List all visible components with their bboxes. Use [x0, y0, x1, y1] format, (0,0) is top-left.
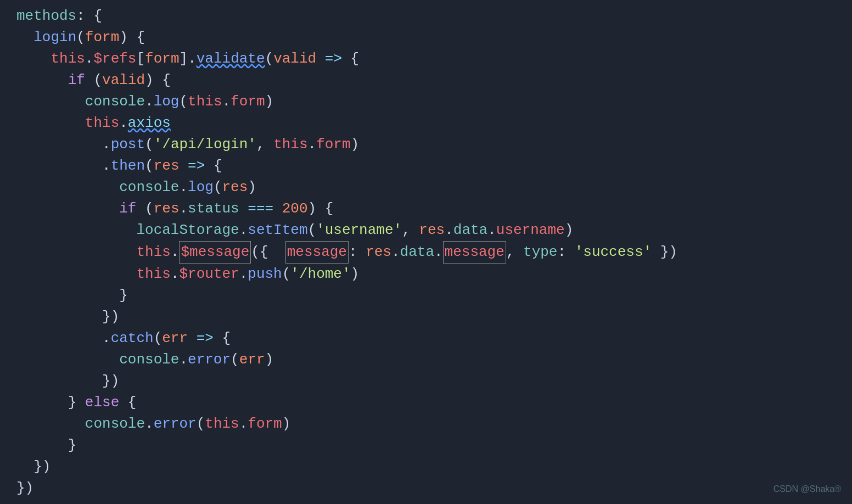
punct: .: [145, 413, 154, 435]
punct: (: [179, 91, 188, 113]
punct: .: [179, 177, 188, 198]
prop-message2: message: [287, 244, 347, 260]
punct: (: [197, 413, 205, 435]
str-home: '/home': [290, 264, 350, 285]
fn-then: then: [111, 155, 145, 177]
code-editor: methods: { login(form) { this.$refs[form…: [0, 0, 852, 504]
param-res5: res: [366, 242, 391, 263]
punct: .: [179, 349, 188, 371]
punct: .: [239, 220, 248, 241]
kw-if: if: [68, 70, 85, 91]
punct: .: [102, 134, 111, 155]
punct: {: [222, 328, 231, 349]
prop-form3: form: [248, 413, 282, 435]
close-method: }): [33, 456, 51, 478]
line-19: } else {: [16, 392, 836, 413]
punct: {: [351, 48, 360, 70]
indent: [16, 264, 136, 285]
line-16: .catch(err => {: [16, 328, 836, 349]
punct: ].: [180, 48, 197, 70]
obj-console4: console: [85, 413, 145, 435]
punct: : {: [76, 5, 102, 27]
punct: ): [351, 264, 360, 285]
punct: (: [282, 264, 291, 285]
punct: (: [145, 134, 154, 155]
indent: [16, 435, 68, 456]
line-9: console.log(res): [16, 177, 836, 198]
indent: [16, 456, 33, 478]
close-then: }): [102, 306, 119, 328]
kw-this: this: [51, 48, 85, 70]
prop-data1: data: [453, 220, 487, 241]
punct: .: [434, 242, 443, 263]
obj-console3: console: [119, 349, 179, 371]
punct: ): [265, 91, 274, 113]
prop-refs: $refs: [93, 48, 136, 70]
param-res2: res: [222, 177, 248, 198]
prop-message1: $message: [181, 244, 249, 260]
fn-log1: log: [154, 91, 180, 113]
line-18: }): [16, 371, 836, 392]
num-200: 200: [282, 198, 308, 220]
op-eq: ===: [239, 198, 282, 220]
line-13: this.$router.push('/home'): [16, 264, 836, 285]
punct: }): [652, 242, 677, 263]
line-1: methods: {: [16, 5, 836, 27]
punct: :: [349, 242, 366, 263]
close-methods: }): [16, 478, 33, 499]
indent: [16, 349, 119, 371]
punct: ): [351, 134, 360, 155]
kw-else: else: [85, 392, 119, 413]
indent: [16, 91, 85, 113]
punct: (: [214, 177, 222, 198]
fn-post: post: [111, 134, 145, 155]
line-3: this.$refs[form].validate(valid => {: [16, 48, 836, 70]
line-22: }): [16, 456, 836, 478]
arrow2: =>: [179, 155, 213, 177]
obj-localstorage: localStorage: [136, 220, 239, 241]
indent: [16, 285, 119, 306]
prop-axios: axios: [128, 115, 171, 131]
punct: (: [265, 48, 274, 70]
kw-this2: this: [188, 91, 222, 113]
indent: [16, 177, 119, 198]
punct: .: [308, 134, 317, 155]
punct: .: [391, 242, 400, 263]
punct: .: [85, 48, 94, 70]
indent: [16, 48, 51, 70]
line-10: if (res.status === 200) {: [16, 198, 836, 220]
fn-push: push: [248, 264, 282, 285]
close-brace1: }: [119, 285, 128, 306]
line-20: console.error(this.form): [16, 413, 836, 435]
line-21: }: [16, 435, 836, 456]
fn-log2: log: [188, 177, 214, 198]
punct: (: [154, 328, 162, 349]
str-success: 'success': [575, 242, 652, 263]
fn-catch: catch: [111, 328, 154, 349]
indent: [16, 155, 102, 177]
obj-console2: console: [119, 177, 179, 198]
punct: :: [557, 242, 574, 263]
fn-login: login: [33, 27, 76, 48]
punct: .: [119, 113, 128, 134]
punct: (: [136, 198, 153, 220]
punct: .: [145, 91, 154, 113]
param-res4: res: [419, 220, 445, 241]
line-11: localStorage.setItem('username', res.dat…: [16, 220, 836, 241]
param-valid: valid: [273, 48, 316, 70]
kw-this4: this: [273, 134, 307, 155]
line-14: }: [16, 285, 836, 306]
close-brace3: }: [68, 435, 77, 456]
str-username: 'username': [316, 220, 402, 241]
fn-validate: validate: [197, 51, 265, 67]
indent: [16, 27, 33, 48]
line-8: .then(res => {: [16, 155, 836, 177]
punct: .: [171, 242, 180, 263]
punct: (: [231, 349, 239, 371]
punct: .: [239, 413, 248, 435]
punct: ): [565, 220, 574, 241]
punct: .: [102, 328, 111, 349]
punct: (: [85, 70, 102, 91]
fn-error1: error: [188, 349, 231, 371]
prop-form2: form: [316, 134, 350, 155]
